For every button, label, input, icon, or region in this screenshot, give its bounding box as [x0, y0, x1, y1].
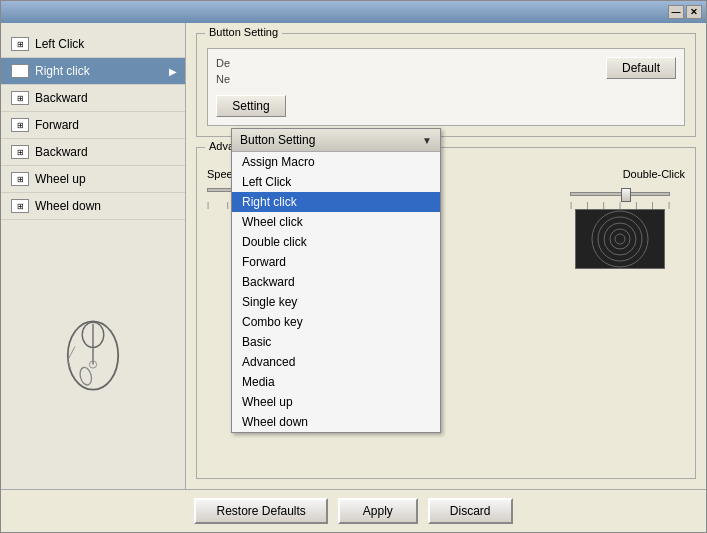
discard-button[interactable]: Discard	[428, 498, 513, 524]
close-button[interactable]: ✕	[686, 5, 702, 19]
dropdown-option-wheel-up[interactable]: Wheel up	[232, 392, 440, 412]
sidebar-item-forward[interactable]: ⊞ Forward	[1, 112, 185, 139]
dropdown-selected-label: Button Setting	[240, 133, 315, 147]
dropdown-option-wheel-down[interactable]: Wheel down	[232, 412, 440, 432]
dropdown-option-double-click[interactable]: Double click	[232, 232, 440, 252]
minimize-button[interactable]: —	[668, 5, 684, 19]
main-inner: Button Setting De Ne Default Setting	[196, 33, 696, 479]
de-label: De	[216, 57, 606, 69]
content-area: ⊞ Left Click ⊞ Right click ▶ ⊞ Backward …	[1, 23, 706, 489]
dropdown-option-advanced[interactable]: Advanced	[232, 352, 440, 372]
sidebar: ⊞ Left Click ⊞ Right click ▶ ⊞ Backward …	[1, 23, 186, 489]
sidebar-item-backward2[interactable]: ⊞ Backward	[1, 139, 185, 166]
sidebar-item-label: Left Click	[35, 37, 84, 51]
wheel-down-icon: ⊞	[11, 199, 29, 213]
thumbnail-box	[575, 209, 665, 269]
dropdown-option-right-click[interactable]: Right click	[232, 192, 440, 212]
double-click-label: Double-Click	[623, 168, 685, 180]
sidebar-item-label: Right click	[35, 64, 90, 78]
sidebar-item-backward1[interactable]: ⊞ Backward	[1, 85, 185, 112]
restore-defaults-button[interactable]: Restore Defaults	[194, 498, 327, 524]
dropdown-arrow-icon: ▼	[422, 135, 432, 146]
dropdown-option-forward[interactable]: Forward	[232, 252, 440, 272]
button-setting-dropdown[interactable]: Button Setting ▼ Assign Macro Left Click…	[231, 128, 441, 433]
dropdown-option-basic[interactable]: Basic	[232, 332, 440, 352]
mouse-image-area	[1, 220, 185, 481]
svg-rect-7	[576, 210, 664, 268]
right-click-icon: ⊞	[11, 64, 29, 78]
sidebar-item-wheel-down[interactable]: ⊞ Wheel down	[1, 193, 185, 220]
sidebar-item-label: Backward	[35, 91, 88, 105]
sidebar-item-right-click[interactable]: ⊞ Right click ▶	[1, 58, 185, 85]
main-window: — ✕ ⊞ Left Click ⊞ Right click ▶ ⊞ Backw…	[0, 0, 707, 533]
dropdown-option-backward[interactable]: Backward	[232, 272, 440, 292]
double-click-section: Double-Click |||||||	[555, 168, 685, 269]
backward1-icon: ⊞	[11, 91, 29, 105]
forward-icon: ⊞	[11, 118, 29, 132]
sidebar-item-label: Wheel down	[35, 199, 101, 213]
settings-inner-box: De Ne Default Setting	[207, 48, 685, 126]
dropdown-option-combo-key[interactable]: Combo key	[232, 312, 440, 332]
apply-button[interactable]: Apply	[338, 498, 418, 524]
dropdown-option-left-click[interactable]: Left Click	[232, 172, 440, 192]
double-click-slider-thumb[interactable]	[621, 188, 631, 202]
sidebar-item-left-click[interactable]: ⊞ Left Click	[1, 31, 185, 58]
title-bar: — ✕	[1, 1, 706, 23]
double-click-slider-ticks: |||||||	[570, 200, 670, 209]
sidebar-item-label: Forward	[35, 118, 79, 132]
sidebar-item-label: Backward	[35, 145, 88, 159]
svg-point-3	[78, 366, 93, 386]
ne-label: Ne	[216, 73, 606, 85]
button-setting-group: Button Setting De Ne Default Setting	[196, 33, 696, 137]
dropdown-option-wheel-click[interactable]: Wheel click	[232, 212, 440, 232]
dropdown-option-media[interactable]: Media	[232, 372, 440, 392]
double-click-slider-track[interactable]	[570, 192, 670, 196]
left-click-icon: ⊞	[11, 37, 29, 51]
main-panel: Button Setting De Ne Default Setting	[186, 23, 706, 489]
mouse-illustration	[53, 306, 133, 396]
title-bar-buttons: — ✕	[668, 5, 702, 19]
wheel-up-icon: ⊞	[11, 172, 29, 186]
dropdown-option-single-key[interactable]: Single key	[232, 292, 440, 312]
dropdown-header[interactable]: Button Setting ▼	[232, 129, 440, 152]
default-button[interactable]: Default	[606, 57, 676, 79]
sidebar-item-wheel-up[interactable]: ⊞ Wheel up	[1, 166, 185, 193]
button-setting-group-title: Button Setting	[205, 26, 282, 38]
dropdown-list: Assign Macro Left Click Right click Whee…	[232, 152, 440, 432]
setting-button[interactable]: Setting	[216, 95, 286, 117]
backward2-icon: ⊞	[11, 145, 29, 159]
dropdown-area: De Ne	[216, 57, 606, 89]
spiral-thumbnail	[576, 210, 664, 268]
dropdown-option-assign-macro[interactable]: Assign Macro	[232, 152, 440, 172]
sidebar-item-label: Wheel up	[35, 172, 86, 186]
arrow-icon: ▶	[169, 66, 177, 77]
bottom-bar: Restore Defaults Apply Discard	[1, 489, 706, 532]
